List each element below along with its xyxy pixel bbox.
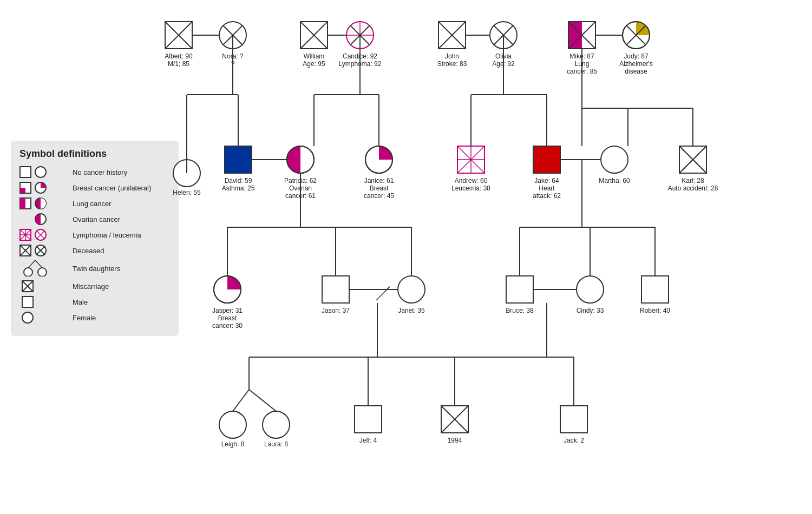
jake: Jake: 64 Heart attack: 62 [533,146,561,200]
svg-text:Cindy: 33: Cindy: 33 [577,307,604,314]
svg-text:William: William [304,52,325,60]
svg-text:Leucemia: 38: Leucemia: 38 [451,184,490,192]
svg-text:cancer: 45: cancer: 45 [364,192,394,200]
svg-text:Janice: 61: Janice: 61 [364,177,394,184]
svg-point-174 [219,411,246,438]
svg-text:Breast: Breast [370,184,389,192]
svg-text:Karl: 28: Karl: 28 [682,177,704,184]
cindy: Cindy: 33 [577,276,604,314]
martha: Martha: 60 [599,146,630,184]
svg-point-155 [398,276,425,303]
svg-text:Laura: 8: Laura: 8 [264,440,288,448]
svg-text:Jake: 64: Jake: 64 [534,177,559,184]
svg-text:Alzheimer's: Alzheimer's [619,60,653,68]
svg-text:Auto accident: 28: Auto accident: 28 [668,184,718,192]
laura: Laura: 8 [263,411,290,448]
svg-text:Jack: 2: Jack: 2 [564,437,584,444]
svg-rect-102 [225,146,252,173]
svg-text:Robert: 40: Robert: 40 [640,307,670,314]
albert: Albert: 90 M/1; 85 [165,22,193,68]
svg-rect-157 [506,276,533,303]
svg-text:Stroke: 83: Stroke: 83 [437,60,467,68]
svg-text:Jasper: 31: Jasper: 31 [212,307,243,314]
svg-rect-184 [560,406,587,433]
miscarriage-1994: 1994 [441,406,468,444]
svg-line-167 [233,390,249,411]
william: William Age: 95 [300,22,328,68]
svg-text:Janet: 35: Janet: 35 [398,307,425,314]
bruce: Bruce: 38 [506,276,534,314]
svg-text:Age: 95: Age: 95 [303,60,325,68]
svg-rect-123 [533,146,560,173]
leigh: Leigh: 8 [219,411,246,448]
svg-text:disease: disease [625,68,647,75]
svg-text:David: 59: David: 59 [225,177,252,184]
jasper: Jasper: 31 Breast cancer: 30 [212,276,243,330]
svg-text:Jason: 37: Jason: 37 [322,307,350,314]
judy: Judy: 87 Alzheimer's disease [619,22,653,75]
svg-text:Heart: Heart [539,184,555,192]
svg-text:Helen: 55: Helen: 55 [173,189,201,196]
svg-rect-178 [355,406,382,433]
svg-text:Judy: 87: Judy: 87 [624,52,649,60]
jeff: Jeff: 4 [355,406,382,444]
svg-text:attack: 62: attack: 62 [533,192,561,200]
svg-point-176 [263,411,290,438]
svg-text:cancer: 30: cancer: 30 [212,322,243,330]
andrew: Andrew: 60 Leucemia: 38 [451,146,490,192]
svg-text:Asthma: 25: Asthma: 25 [222,184,255,192]
jack: Jack: 2 [560,406,587,444]
svg-line-168 [249,390,276,411]
svg-text:Bruce: 38: Bruce: 38 [506,307,534,314]
svg-text:Albert: 90: Albert: 90 [165,52,193,60]
svg-text:1994: 1994 [448,437,462,444]
pedigree-chart: Albert: 90 M/1; 85 Nora: ? ? William Age… [0,0,812,514]
janice: Janice: 61 Breast cancer: 45 [364,146,394,200]
karl: Karl: 28 Auto accident: 28 [668,146,718,192]
svg-rect-68 [568,22,582,49]
david: David: 59 Asthma: 25 [222,146,255,192]
jason: Jason: 37 [322,276,350,314]
svg-text:Andrew: 60: Andrew: 60 [455,177,488,184]
janet: Janet: 35 [398,276,425,314]
svg-point-128 [601,146,628,173]
robert: Robert: 40 [640,276,670,314]
svg-rect-162 [641,276,669,303]
svg-text:Jeff: 4: Jeff: 4 [359,437,377,444]
svg-text:Martha: 60: Martha: 60 [599,177,630,184]
svg-text:Breast: Breast [218,314,237,322]
svg-rect-150 [322,276,349,303]
svg-point-160 [577,276,604,303]
svg-text:Leigh: 8: Leigh: 8 [221,440,245,448]
svg-text:John: John [445,52,459,60]
john: John Stroke: 83 [437,22,467,68]
svg-text:M/1; 85: M/1; 85 [168,60,189,68]
